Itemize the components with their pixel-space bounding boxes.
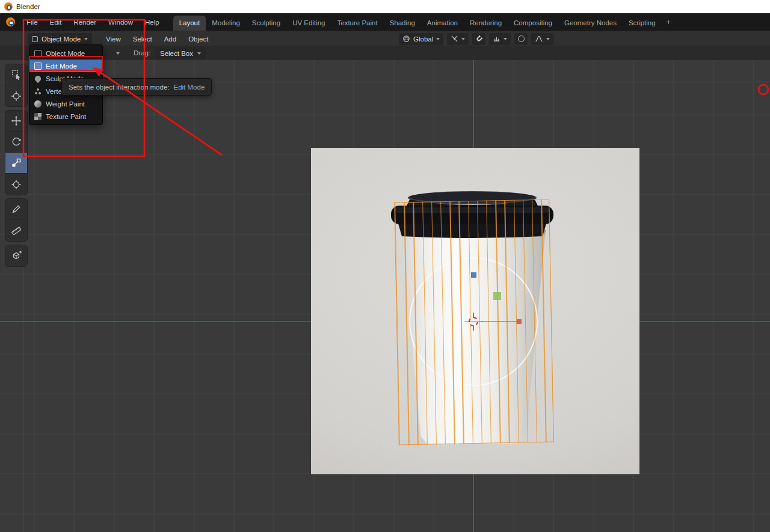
menu-render[interactable]: Render: [68, 17, 102, 28]
tooltip: Sets the object interaction mode: Edit M…: [61, 78, 212, 96]
select-box-icon: [11, 69, 22, 80]
tooltip-text: Sets the object interaction mode:: [69, 84, 170, 91]
3d-cursor: [467, 315, 480, 328]
viewport-3d[interactable]: [0, 60, 770, 532]
tab-uv-editing[interactable]: UV Editing: [286, 16, 331, 31]
blender-menu-icon[interactable]: [6, 17, 15, 26]
tool-group-annotate: [5, 198, 28, 242]
weight-paint-icon: [34, 100, 42, 108]
tool-rotate-button[interactable]: [5, 132, 27, 153]
menu-object[interactable]: Object: [183, 34, 213, 44]
scale-icon: [11, 157, 22, 168]
menu-item-label: Edit Mode: [46, 63, 77, 70]
tool-settings-row: Drag: Select Box: [0, 46, 770, 60]
chevron-down-icon: [504, 38, 507, 40]
orientation-label: Global: [413, 35, 433, 43]
tab-scripting[interactable]: Scripting: [623, 16, 662, 31]
proportional-editing-icon: [518, 35, 525, 42]
falloff-curve-icon: [535, 35, 543, 43]
vertex-paint-icon: [34, 88, 42, 95]
tool-annotate-button[interactable]: [5, 199, 27, 220]
move-icon: [11, 115, 22, 126]
orientation-globe-icon: [402, 35, 410, 43]
rotate-icon: [11, 136, 22, 147]
tab-layout[interactable]: Layout: [173, 16, 206, 31]
menu-select[interactable]: Select: [128, 34, 157, 44]
menu-window[interactable]: Window: [103, 17, 138, 28]
menu-item-label: Texture Paint: [46, 113, 86, 120]
tool-scale-button[interactable]: [5, 153, 27, 174]
chevron-down-icon: [461, 38, 465, 40]
tooltip-value: Edit Mode: [174, 84, 205, 91]
mode-dropdown-button[interactable]: Object Mode: [28, 33, 92, 44]
tool-group-select: [5, 64, 28, 107]
tab-modeling[interactable]: Modeling: [206, 16, 246, 31]
header-right-cluster: Global: [399, 32, 553, 45]
menu-item-label: Weight Paint: [46, 100, 85, 108]
main-menubar: File Edit Render Window Help: [21, 13, 165, 31]
menu-item-edit-mode[interactable]: Edit Mode: [29, 60, 102, 72]
tab-texture-paint[interactable]: Texture Paint: [331, 16, 384, 31]
reference-image-plane[interactable]: [311, 148, 639, 474]
menu-help[interactable]: Help: [140, 17, 165, 28]
object-mode-icon: [32, 36, 38, 42]
menu-file[interactable]: File: [21, 17, 43, 28]
menu-view[interactable]: View: [101, 34, 126, 44]
add-cube-icon: [11, 250, 22, 261]
tab-shading[interactable]: Shading: [384, 16, 421, 31]
menu-item-label: Object Mode: [46, 50, 85, 57]
tool-cursor-button[interactable]: [5, 85, 27, 106]
texture-paint-icon: [34, 113, 42, 120]
blender-logo-icon: [4, 2, 13, 11]
snap-settings-dropdown[interactable]: [489, 33, 511, 45]
sculpt-mode-icon: [34, 74, 42, 82]
tab-compositing[interactable]: Compositing: [508, 16, 558, 31]
pivot-point-icon: [451, 35, 458, 43]
menu-edit[interactable]: Edit: [45, 17, 67, 28]
toolbar-left: [5, 64, 28, 270]
annotate-pen-icon: [11, 204, 22, 215]
menu-add[interactable]: Add: [159, 34, 181, 44]
chevron-down-icon: [546, 38, 550, 40]
drag-label: Drag:: [134, 49, 150, 57]
menu-item-texture-paint[interactable]: Texture Paint: [29, 110, 102, 123]
measure-ruler-icon: [11, 225, 22, 236]
add-workspace-button[interactable]: +: [662, 14, 676, 31]
proportional-editing-toggle[interactable]: [514, 33, 528, 45]
tool-measure-button[interactable]: [5, 220, 27, 241]
tool-select-box-button[interactable]: [5, 64, 27, 85]
gizmo-handle-y-green[interactable]: [493, 292, 501, 300]
menu-item-object-mode[interactable]: Object Mode: [29, 47, 102, 60]
edit-mode-icon: [34, 63, 42, 70]
viewport-menus: View Select Add Object: [101, 31, 213, 46]
tool-expander-chevron-icon[interactable]: [116, 52, 120, 55]
transform-icon: [11, 179, 22, 190]
pivot-point-dropdown[interactable]: [447, 33, 469, 45]
drag-mode-dropdown[interactable]: Select Box: [155, 47, 206, 59]
tab-animation[interactable]: Animation: [421, 16, 464, 31]
drag-mode-value: Select Box: [160, 50, 193, 57]
chevron-down-icon: [84, 38, 88, 40]
object-mode-icon: [34, 50, 42, 57]
topbar: File Edit Render Window Help Layout Mode…: [0, 13, 770, 31]
viewport-header: Object Mode View Select Add Object Globa…: [0, 31, 770, 46]
menu-item-weight-paint[interactable]: Weight Paint: [29, 97, 102, 110]
workspace-tabs: Layout Modeling Sculpting UV Editing Tex…: [173, 13, 676, 31]
gizmo-handle-x-red[interactable]: [517, 319, 522, 324]
proportional-falloff-dropdown[interactable]: [531, 33, 553, 45]
snap-magnet-toggle[interactable]: [472, 33, 485, 45]
transform-orientation-dropdown[interactable]: Global: [399, 33, 443, 45]
snap-settings-icon: [493, 35, 500, 43]
tab-sculpting[interactable]: Sculpting: [246, 16, 286, 31]
tool-group-transform: [5, 110, 28, 195]
tool-add-cube-button[interactable]: [5, 245, 27, 266]
gizmo-handle-z-blue[interactable]: [471, 272, 476, 278]
tab-geometry-nodes[interactable]: Geometry Nodes: [558, 16, 623, 31]
window-title: Blender: [16, 3, 40, 10]
tool-move-button[interactable]: [5, 111, 27, 132]
cursor-icon: [11, 91, 22, 102]
tool-transform-button[interactable]: [5, 174, 27, 195]
magnet-icon: [475, 35, 483, 43]
tab-rendering[interactable]: Rendering: [464, 16, 508, 31]
chevron-down-icon: [436, 38, 440, 40]
